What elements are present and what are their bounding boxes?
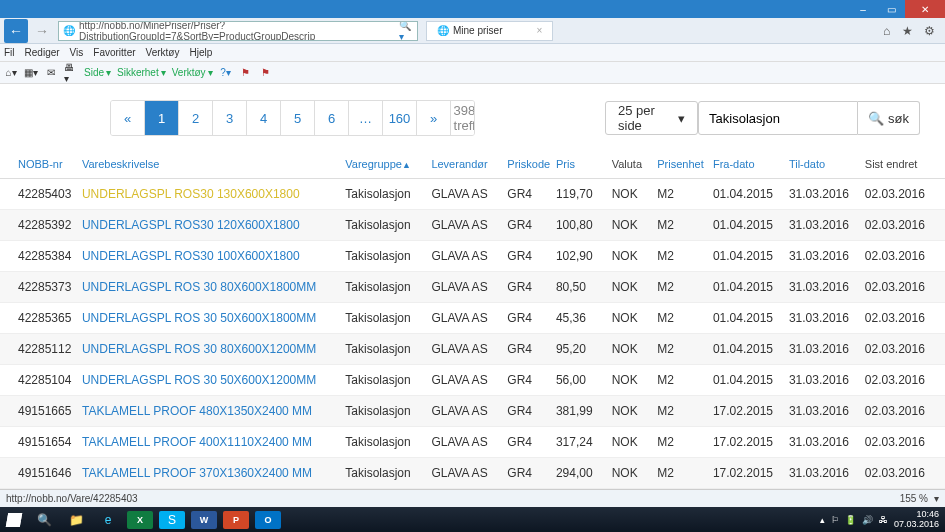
cell: 31.03.2016 <box>783 179 859 210</box>
col-fra-dato[interactable]: Fra-dato <box>707 150 783 179</box>
page-1[interactable]: 1 <box>145 101 179 135</box>
table-row[interactable]: 42285365UNDERLAGSPL ROS 30 50X600X1800MM… <box>0 303 945 334</box>
tray-flag-icon[interactable]: ⚐ <box>831 515 839 525</box>
col-pris[interactable]: Pris <box>550 150 606 179</box>
browser-tab[interactable]: 🌐 Mine priser × <box>426 21 553 41</box>
menu-vis[interactable]: Vis <box>70 47 84 58</box>
forward-button[interactable]: → <box>30 19 54 43</box>
col-varebeskrivelse[interactable]: Varebeskrivelse <box>76 150 339 179</box>
safety-menu[interactable]: Sikkerhet ▾ <box>117 67 166 78</box>
addon-icon-2[interactable]: ⚑ <box>259 66 273 80</box>
page-160[interactable]: 160 <box>383 101 417 135</box>
cell: 31.03.2016 <box>783 365 859 396</box>
cell: NOK <box>606 210 652 241</box>
minimize-button[interactable]: – <box>849 0 877 18</box>
task-explorer[interactable]: 📁 <box>60 507 92 532</box>
table-row[interactable]: 42285403UNDERLAGSPL ROS30 130X600X1800Ta… <box>0 179 945 210</box>
back-button[interactable]: ← <box>4 19 28 43</box>
cell[interactable]: UNDERLAGSPL ROS30 120X600X1800 <box>76 210 339 241</box>
cell[interactable]: UNDERLAGSPL ROS30 100X600X1800 <box>76 241 339 272</box>
cell: GLAVA AS <box>425 241 501 272</box>
print-icon[interactable]: 🖶▾ <box>64 66 78 80</box>
menu-verktøy[interactable]: Verktøy <box>146 47 180 58</box>
task-word[interactable]: W <box>191 511 217 529</box>
cell[interactable]: TAKLAMELL PROOF 400X1110X2400 MM <box>76 427 339 458</box>
tray-volume-icon[interactable]: 🔊 <box>862 515 873 525</box>
tray-clock[interactable]: 10:46 07.03.2016 <box>894 510 939 530</box>
table-row[interactable]: 42285392UNDERLAGSPL ROS30 120X600X1800Ta… <box>0 210 945 241</box>
cell[interactable]: TAKLAMELL PROOF 480X1350X2400 MM <box>76 396 339 427</box>
table-row[interactable]: 42285373UNDERLAGSPL ROS 30 80X600X1800MM… <box>0 272 945 303</box>
page-menu[interactable]: Side ▾ <box>84 67 111 78</box>
task-excel[interactable]: X <box>127 511 153 529</box>
col-varegruppe[interactable]: Varegruppe▲ <box>339 150 425 179</box>
task-outlook[interactable]: O <box>255 511 281 529</box>
cell[interactable]: TAKLAMELL PROOF 370X1360X2400 MM <box>76 458 339 489</box>
task-powerpoint[interactable]: P <box>223 511 249 529</box>
cell: NOK <box>606 365 652 396</box>
page-6[interactable]: 6 <box>315 101 349 135</box>
home-icon[interactable]: ⌂▾ <box>4 66 18 80</box>
task-skype[interactable]: S <box>159 511 185 529</box>
col-prisenhet[interactable]: Prisenhet <box>651 150 707 179</box>
cell: Takisolasjon <box>339 179 425 210</box>
menu-favoritter[interactable]: Favoritter <box>93 47 135 58</box>
page-3[interactable]: 3 <box>213 101 247 135</box>
task-ie[interactable]: e <box>92 507 124 532</box>
cell[interactable]: UNDERLAGSPL ROS30 130X600X1800 <box>76 179 339 210</box>
help-icon[interactable]: ?▾ <box>219 66 233 80</box>
menu-fil[interactable]: Fil <box>4 47 15 58</box>
cell[interactable]: UNDERLAGSPL ROS 30 80X600X1800MM <box>76 272 339 303</box>
addon-icon-1[interactable]: ⚑ <box>239 66 253 80</box>
col-priskode[interactable]: Priskode <box>501 150 550 179</box>
table-row[interactable]: 49151646TAKLAMELL PROOF 370X1360X2400 MM… <box>0 458 945 489</box>
menu-hjelp[interactable]: Hjelp <box>189 47 212 58</box>
per-page-dropdown[interactable]: 25 per side ▾ <box>605 101 698 135</box>
table-row[interactable]: 49151665TAKLAMELL PROOF 480X1350X2400 MM… <box>0 396 945 427</box>
search-wrap: 🔍 søk <box>698 101 920 135</box>
page-2[interactable]: 2 <box>179 101 213 135</box>
cell: 45,36 <box>550 303 606 334</box>
search-dropdown-icon[interactable]: 🔍▾ <box>399 21 413 41</box>
cell[interactable]: UNDERLAGSPL ROS 30 50X600X1800MM <box>76 303 339 334</box>
tray-battery-icon[interactable]: 🔋 <box>845 515 856 525</box>
cell: M2 <box>651 334 707 365</box>
tray-network-icon[interactable]: 🖧 <box>879 515 888 525</box>
col-til-dato[interactable]: Til-dato <box>783 150 859 179</box>
cell: Takisolasjon <box>339 396 425 427</box>
menu-rediger[interactable]: Rediger <box>25 47 60 58</box>
search-button[interactable]: 🔍 søk <box>858 101 920 135</box>
cell[interactable]: UNDERLAGSPL ROS 30 50X600X1200MM <box>76 365 339 396</box>
feeds-icon[interactable]: ▦▾ <box>24 66 38 80</box>
tools-menu[interactable]: Verktøy ▾ <box>172 67 213 78</box>
search-input[interactable] <box>709 111 847 126</box>
page-4[interactable]: 4 <box>247 101 281 135</box>
col-nobb[interactable]: NOBB-nr <box>0 150 76 179</box>
page-content: «123456…160»3985 treff 25 per side ▾ 🔍 s… <box>0 84 945 532</box>
col-sist-endret[interactable]: Sist endret <box>859 150 945 179</box>
task-search[interactable]: 🔍 <box>28 507 60 532</box>
page-5[interactable]: 5 <box>281 101 315 135</box>
table-row[interactable]: 42285104UNDERLAGSPL ROS 30 50X600X1200MM… <box>0 365 945 396</box>
mail-icon[interactable]: ✉ <box>44 66 58 80</box>
zoom-dropdown-icon[interactable]: ▾ <box>934 493 939 504</box>
table-row[interactable]: 42285112UNDERLAGSPL ROS 30 80X600X1200MM… <box>0 334 945 365</box>
cell[interactable]: UNDERLAGSPL ROS 30 80X600X1200MM <box>76 334 339 365</box>
page-«[interactable]: « <box>111 101 145 135</box>
start-button[interactable] <box>0 507 28 532</box>
page-»[interactable]: » <box>417 101 451 135</box>
close-button[interactable]: ✕ <box>905 0 945 18</box>
table-row[interactable]: 42285384UNDERLAGSPL ROS30 100X600X1800Ta… <box>0 241 945 272</box>
cell: 31.03.2016 <box>783 427 859 458</box>
tray-up-icon[interactable]: ▴ <box>820 515 825 525</box>
system-tray[interactable]: ▴ ⚐ 🔋 🔊 🖧 10:46 07.03.2016 <box>814 510 945 530</box>
address-bar[interactable]: 🌐 http://nobb.no/MinePriser/Priser?Distr… <box>58 21 418 41</box>
col-leverandor[interactable]: Leverandør <box>425 150 501 179</box>
cell: GR4 <box>501 241 550 272</box>
cell: NOK <box>606 241 652 272</box>
maximize-button[interactable]: ▭ <box>877 0 905 18</box>
window-caption-icons: ⌂ ★ ⚙ <box>883 24 939 38</box>
col-valuta[interactable]: Valuta <box>606 150 652 179</box>
page-…[interactable]: … <box>349 101 383 135</box>
table-row[interactable]: 49151654TAKLAMELL PROOF 400X1110X2400 MM… <box>0 427 945 458</box>
